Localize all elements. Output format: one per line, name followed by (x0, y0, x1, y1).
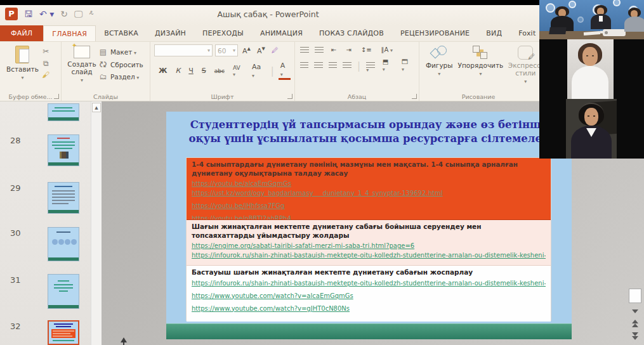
vertical-scrollbar-thumb[interactable] (629, 289, 641, 303)
align-center-icon[interactable] (314, 62, 322, 68)
arrange-button[interactable]: Упорядочить (456, 44, 506, 86)
tab-transitions[interactable]: ПЕРЕХОДЫ (194, 25, 252, 41)
previous-slide-icon-lower[interactable] (632, 323, 638, 327)
laptop (549, 27, 567, 34)
webcam-3-frame (539, 99, 644, 159)
strikethrough-button[interactable]: S (200, 67, 208, 75)
group-paragraph: ⇤ ⇥ ↕≡ ∥A | ⬒ 🗔 Абзац (295, 42, 419, 101)
link[interactable]: https://infourok.ru/shain-zhinati-bastau… (192, 280, 546, 287)
smartart-icon[interactable]: 🗔 (400, 58, 414, 72)
columns-icon[interactable] (366, 62, 374, 68)
tab-animations[interactable]: АНИМАЦИЯ (252, 25, 311, 41)
paste-icon (15, 46, 29, 63)
clipboard-dialog-launcher[interactable] (54, 94, 59, 99)
cut-icon[interactable]: ✂ (41, 47, 51, 56)
bold-button[interactable]: Ж (157, 67, 169, 75)
resource-section-1: 1-4 сыныптардағы дүниетану пәнінің мазмұ… (187, 158, 551, 220)
change-case-button[interactable]: Aa (250, 63, 266, 79)
group-drawing: Фигуры Упорядочить Экспресс-стили Рисов (419, 42, 537, 101)
italic-button[interactable]: К (173, 67, 182, 75)
thumbnail-slide-32-selected[interactable] (48, 320, 79, 345)
text-shadow-button[interactable]: abc (213, 68, 227, 74)
paste-button[interactable]: Вставить (4, 44, 41, 82)
webcam-participant-white-shirt[interactable] (567, 39, 614, 99)
clear-formatting-icon[interactable]: 🖉 (270, 46, 280, 55)
tab-review[interactable]: РЕЦЕНЗИРОВАНИЕ (392, 25, 478, 41)
tab-view[interactable]: ВИД (478, 25, 510, 41)
slide-title[interactable]: Студенттердің үй тапсырмасын орындау жән… (180, 118, 558, 146)
link[interactable]: https://youtu.be/alcaEmGqmGs (192, 180, 546, 187)
underline-button[interactable]: Ч (187, 67, 195, 75)
resource-section-2: Шағын жинақталған мектепте дүниетану саб… (187, 220, 551, 266)
tab-slideshow[interactable]: ПОКАЗ СЛАЙДОВ (311, 25, 392, 41)
webcam-group[interactable] (539, 0, 644, 39)
thumbnail-number-29: 29 (10, 183, 21, 193)
slide-content-box[interactable]: 1-4 сыныптардағы дүниетану пәнінің мазмұ… (186, 157, 551, 321)
link[interactable]: https://infourok.ru/shain-zhinati-bastau… (192, 252, 546, 259)
group-slides: Создать слайд ▤ Макет 🗘 Сбросить (62, 42, 150, 101)
thumbnail-number-28: 28 (10, 136, 21, 145)
webcam-participant-dark-jacket[interactable] (566, 99, 617, 159)
link[interactable]: https://youtu.be/iHhfssa7FGg (192, 202, 546, 209)
font-name-combobox[interactable]: ▾ (154, 44, 213, 56)
link[interactable]: https://youtu.be/oBBTl2ahRPh4 (192, 215, 546, 220)
arrange-dropdown-arrow-icon (479, 69, 482, 77)
thumbnail-number-31: 31 (10, 275, 21, 285)
reset-icon: 🗘 (98, 60, 108, 69)
thumbnail-scroll-up-icon[interactable]: ▲ (92, 103, 101, 112)
new-slide-dropdown-arrow-icon (81, 75, 83, 83)
scroll-down-icon[interactable] (632, 309, 638, 313)
link[interactable]: https://ust.kz/word/oqy_bagdarlamasy___d… (192, 190, 546, 197)
align-right-icon[interactable] (329, 62, 337, 68)
next-slide-icon-lower[interactable] (632, 336, 638, 340)
link[interactable]: https://engime.org/sabati-tairibi-safati… (192, 242, 546, 249)
font-color-button[interactable]: А (279, 62, 291, 80)
thumbnail-slide-31[interactable] (48, 274, 79, 309)
thumbnail-slide-30[interactable] (48, 227, 79, 261)
decrease-indent-icon[interactable]: ⇤ (329, 46, 338, 53)
tab-insert[interactable]: ВСТАВКА (96, 25, 147, 41)
line-spacing-icon[interactable]: ↕≡ (359, 46, 374, 53)
font-size-combobox[interactable]: 60▾ (215, 44, 238, 56)
increase-indent-icon[interactable]: ⇥ (344, 46, 353, 53)
text-direction-icon[interactable]: ∥A (379, 46, 395, 53)
layout-icon: ▤ (98, 48, 108, 56)
format-painter-icon[interactable]: 🖌 (41, 70, 51, 79)
shapes-button[interactable]: Фигуры (423, 44, 456, 86)
shapes-dropdown-arrow-icon (438, 69, 440, 77)
section-3-heading: Бастауыш шағын жинақталған мектепте дүни… (192, 268, 546, 277)
align-text-icon[interactable]: ⬒ (381, 58, 394, 72)
webcam-2-frame (539, 39, 644, 99)
tab-file[interactable]: ФАЙЛ (0, 25, 43, 41)
paragraph-dialog-launcher[interactable] (412, 94, 417, 99)
font-dialog-launcher[interactable] (287, 94, 292, 99)
current-slide[interactable]: Студенттердің үй тапсырмасын орындау жән… (166, 112, 572, 339)
copy-icon[interactable]: ⧉ (41, 59, 51, 68)
group-font: ▾ 60▾ А▲ А▼ 🖉 Ж К Ч S abc AV Aa (150, 42, 295, 101)
layout-button[interactable]: ▤ Макет (98, 46, 143, 58)
thumbnail-slide-27-partial[interactable] (48, 103, 79, 121)
section-icon: 🗂 (98, 72, 108, 81)
paste-dropdown-arrow-icon (21, 73, 23, 81)
section-button[interactable]: 🗂 Раздел (98, 71, 143, 82)
justify-icon[interactable] (343, 62, 351, 68)
thumbnail-slide-28[interactable] (48, 134, 79, 166)
new-slide-icon (74, 46, 90, 58)
reset-button[interactable]: 🗘 Сбросить (98, 59, 143, 70)
shrink-font-button[interactable]: А▼ (255, 46, 267, 55)
projector (603, 29, 626, 36)
new-slide-button[interactable]: Создать слайд (65, 44, 98, 84)
section-1-heading: 1-4 сыныптардағы дүниетану пәнінің мазмұ… (192, 160, 546, 178)
thumbnail-slide-29[interactable] (48, 182, 79, 214)
link[interactable]: https://www.youtube.com/watch?v=alcaEmGq… (192, 292, 546, 299)
tab-design[interactable]: ДИЗАЙН (147, 25, 194, 41)
align-left-icon[interactable] (300, 62, 308, 68)
character-spacing-button[interactable]: AV (231, 65, 246, 77)
bullets-icon[interactable] (300, 47, 309, 53)
tab-home[interactable]: ГЛАВНАЯ (43, 25, 96, 41)
thumbnail-scrollbar[interactable]: ▲ (91, 101, 102, 345)
numbering-icon[interactable] (315, 47, 324, 53)
grow-font-button[interactable]: А▲ (240, 46, 253, 55)
screen: P 🖫 ↶ ▾ ↻ 🖵 ⸛ Ашық сабақ - PowerPoint ФА… (0, 0, 644, 345)
link[interactable]: https://www.youtube.com/watch?v=gJHT0cN8… (192, 305, 546, 312)
